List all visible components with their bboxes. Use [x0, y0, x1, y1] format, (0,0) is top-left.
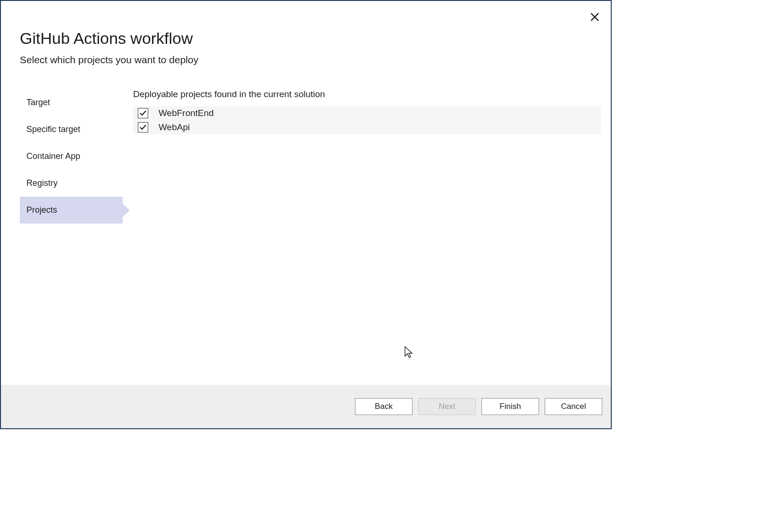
project-checkbox[interactable]	[138, 108, 148, 118]
check-icon	[139, 109, 147, 117]
content-heading: Deployable projects found in the current…	[133, 89, 601, 100]
next-button: Next	[418, 398, 476, 415]
sidebar-item-label: Specific target	[26, 125, 80, 134]
dialog-title: GitHub Actions workflow	[20, 29, 592, 48]
dialog-subtitle: Select which projects you want to deploy	[20, 54, 592, 66]
content-panel: Deployable projects found in the current…	[133, 89, 611, 385]
project-item-webfrontend[interactable]: WebFrontEnd	[133, 106, 601, 120]
dialog-header: GitHub Actions workflow Select which pro…	[1, 1, 611, 70]
sidebar-item-label: Container App	[26, 151, 80, 161]
finish-button[interactable]: Finish	[481, 398, 539, 415]
project-item-webapi[interactable]: WebApi	[133, 120, 601, 134]
close-icon	[590, 13, 599, 21]
wizard-sidebar: Target Specific target Container App Reg…	[1, 89, 133, 385]
back-button[interactable]: Back	[355, 398, 413, 415]
project-list: WebFrontEnd WebApi	[133, 106, 601, 134]
cancel-button[interactable]: Cancel	[545, 398, 602, 415]
sidebar-item-container-app[interactable]: Container App	[20, 143, 123, 170]
sidebar-item-specific-target[interactable]: Specific target	[20, 116, 123, 143]
github-actions-workflow-dialog: GitHub Actions workflow Select which pro…	[0, 0, 612, 429]
project-checkbox[interactable]	[138, 122, 148, 133]
sidebar-item-label: Target	[26, 98, 50, 107]
sidebar-item-projects[interactable]: Projects	[20, 197, 123, 224]
close-button[interactable]	[589, 11, 600, 23]
check-icon	[139, 124, 147, 131]
project-name: WebFrontEnd	[159, 108, 214, 118]
dialog-body: Target Specific target Container App Reg…	[1, 70, 611, 385]
sidebar-item-label: Projects	[26, 205, 57, 215]
sidebar-item-target[interactable]: Target	[20, 89, 123, 116]
project-name: WebApi	[159, 122, 190, 133]
sidebar-item-registry[interactable]: Registry	[20, 170, 123, 197]
sidebar-item-label: Registry	[26, 178, 58, 188]
dialog-footer: Back Next Finish Cancel	[1, 385, 611, 428]
